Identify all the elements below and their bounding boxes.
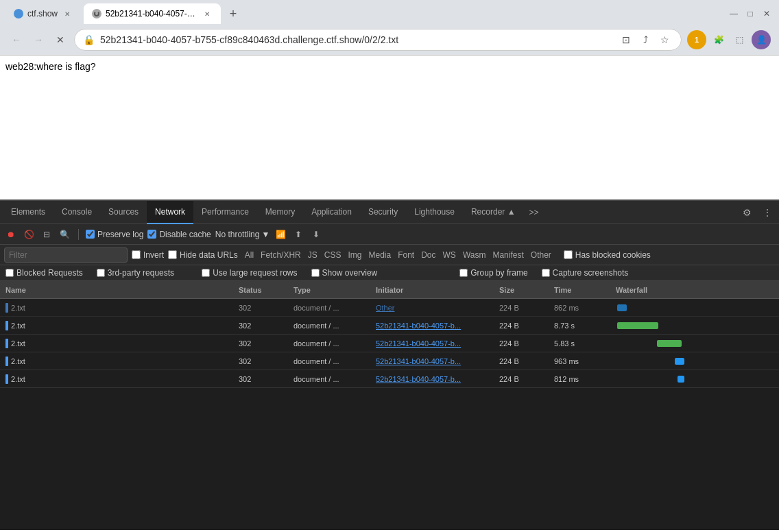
row-initiator[interactable]: 52b21341-b040-4057-b... [370, 322, 494, 330]
share-icon[interactable]: ⤴ [637, 32, 654, 48]
table-row[interactable]: 2.txt 302 document / ... Other 224 B 862… [0, 299, 779, 317]
filter-js[interactable]: JS [305, 249, 320, 261]
tab-recorder[interactable]: Recorder ▲ [463, 201, 524, 224]
col-header-waterfall[interactable]: Waterfall [610, 286, 779, 294]
hide-data-urls-checkbox[interactable] [168, 250, 177, 259]
tab-ctf[interactable]: ctf.show ✕ [5, 3, 81, 24]
filter-manifest[interactable]: Manifest [490, 249, 526, 261]
invert-checkbox[interactable] [132, 250, 141, 259]
tab-elements[interactable]: Elements [3, 201, 53, 224]
tab-console[interactable]: Console [53, 201, 100, 224]
tab-close-challenge[interactable]: ✕ [202, 8, 213, 19]
minimize-button[interactable]: — [727, 7, 741, 21]
filter-css[interactable]: CSS [322, 249, 344, 261]
blocked-requests-checkbox-label[interactable]: Blocked Requests [5, 268, 83, 278]
filter-wasm[interactable]: Wasm [460, 249, 489, 261]
large-rows-checkbox[interactable] [202, 269, 210, 277]
filter-media[interactable]: Media [365, 249, 394, 261]
third-party-checkbox-label[interactable]: 3rd-party requests [97, 268, 174, 278]
filter-doc[interactable]: Doc [418, 249, 438, 261]
back-button[interactable]: ← [8, 32, 25, 48]
tab-challenge[interactable]: 52b21341-b040-4057-b755-cf... ✕ [84, 3, 221, 24]
search-button[interactable]: 🔍 [58, 228, 71, 241]
col-header-name[interactable]: Name [0, 286, 233, 294]
tab-sources[interactable]: Sources [100, 201, 147, 224]
devtools-settings-area: ⚙ ⋮ [738, 204, 776, 221]
table-row[interactable]: 2.txt 302 document / ... 52b21341-b040-4… [0, 317, 779, 335]
devtools-panel: Elements Console Sources Network Perform… [0, 200, 779, 530]
tab-memory[interactable]: Memory [257, 201, 303, 224]
show-overview-checkbox-label[interactable]: Show overview [311, 268, 378, 278]
filter-all[interactable]: All [242, 249, 256, 261]
disable-cache-checkbox-label[interactable]: Disable cache [147, 230, 211, 239]
tab-favicon-ctf [14, 9, 23, 19]
filter-other[interactable]: Other [528, 249, 554, 261]
table-row[interactable]: 2.txt 302 document / ... 52b21341-b040-4… [0, 352, 779, 370]
maximize-button[interactable]: □ [743, 7, 757, 21]
preserve-log-checkbox-label[interactable]: Preserve log [86, 230, 143, 239]
large-rows-checkbox-label[interactable]: Use large request rows [202, 268, 297, 278]
has-blocked-cookies-checkbox[interactable] [564, 250, 573, 259]
record-button[interactable]: ⏺ [4, 228, 18, 241]
bookmark-icon[interactable]: ☆ [656, 32, 673, 48]
hide-data-urls-checkbox-label[interactable]: Hide data URLs [168, 250, 238, 260]
group-by-frame-checkbox-label[interactable]: Group by frame [459, 268, 527, 278]
blocked-requests-checkbox[interactable] [5, 269, 14, 277]
row-initiator[interactable]: 52b21341-b040-4057-b... [370, 339, 494, 348]
download-icon[interactable]: ⬇ [309, 228, 323, 241]
disable-cache-checkbox[interactable] [147, 230, 156, 239]
show-overview-checkbox[interactable] [311, 269, 320, 277]
row-initiator[interactable]: 52b21341-b040-4057-b... [370, 357, 494, 365]
throttle-select[interactable]: No throttling ▼ [215, 230, 270, 239]
col-header-status[interactable]: Status [233, 286, 288, 294]
url-bar[interactable]: 🔒 52b21341-b040-4057-b755-cf89c840463d.c… [74, 29, 682, 51]
col-header-initiator[interactable]: Initiator [370, 286, 494, 294]
tab-favicon-challenge [92, 9, 101, 19]
tab-close-ctf[interactable]: ✕ [62, 8, 73, 19]
filter-font[interactable]: Font [395, 249, 417, 261]
reload-button[interactable]: ✕ [52, 32, 69, 48]
table-row[interactable]: 2.txt 302 document / ... 52b21341-b040-4… [0, 370, 779, 388]
user-profile-button[interactable]: 👤 [752, 30, 771, 49]
filter-fetchxhr[interactable]: Fetch/XHR [258, 249, 304, 261]
filter-img[interactable]: Img [345, 249, 364, 261]
has-blocked-cookies-label[interactable]: Has blocked cookies [564, 250, 651, 260]
group-by-frame-checkbox[interactable] [459, 269, 468, 277]
table-header: Name Status Type Initiator Size Time Wat… [0, 281, 779, 299]
tab-lighthouse[interactable]: Lighthouse [406, 201, 463, 224]
preserve-log-checkbox[interactable] [86, 230, 95, 239]
tab-application[interactable]: Application [303, 201, 360, 224]
more-tabs-button[interactable]: >> [524, 208, 544, 217]
invert-checkbox-label[interactable]: Invert [132, 250, 164, 260]
wifi-icon[interactable]: 📶 [274, 228, 287, 241]
tab-network[interactable]: Network [147, 201, 193, 224]
devtools-more-icon[interactable]: ⋮ [758, 204, 776, 221]
table-row[interactable]: 2.txt 302 document / ... 52b21341-b040-4… [0, 335, 779, 352]
row-waterfall [610, 304, 779, 311]
col-header-time[interactable]: Time [549, 286, 610, 294]
row-initiator[interactable]: 52b21341-b040-4057-b... [370, 375, 494, 383]
sidebar-icon[interactable]: ⬚ [731, 32, 747, 48]
row-initiator[interactable]: Other [370, 304, 494, 312]
upload-icon[interactable]: ⬆ [291, 228, 305, 241]
close-window-button[interactable]: ✕ [760, 7, 774, 21]
tab-security[interactable]: Security [360, 201, 406, 224]
filter-ws[interactable]: WS [440, 249, 459, 261]
filter-toggle-button[interactable]: ⊟ [40, 228, 53, 241]
puzzle-icon[interactable]: 🧩 [710, 32, 727, 48]
capture-screenshots-checkbox[interactable] [542, 269, 550, 277]
devtools-settings-icon[interactable]: ⚙ [738, 204, 756, 221]
col-header-size[interactable]: Size [494, 286, 549, 294]
profile-badge-icon[interactable]: 1 [687, 30, 706, 49]
filter-input[interactable] [4, 247, 128, 263]
clear-button[interactable]: 🚫 [22, 228, 36, 241]
tab-performance[interactable]: Performance [193, 201, 257, 224]
col-header-type[interactable]: Type [288, 286, 370, 294]
row-size: 224 B [494, 375, 549, 383]
new-tab-button[interactable]: + [224, 4, 243, 23]
capture-screenshots-checkbox-label[interactable]: Capture screenshots [542, 268, 629, 278]
third-party-checkbox[interactable] [97, 269, 105, 277]
qr-code-icon[interactable]: ⊡ [618, 32, 634, 48]
forward-button[interactable]: → [30, 32, 47, 48]
row-status: 302 [233, 304, 288, 312]
